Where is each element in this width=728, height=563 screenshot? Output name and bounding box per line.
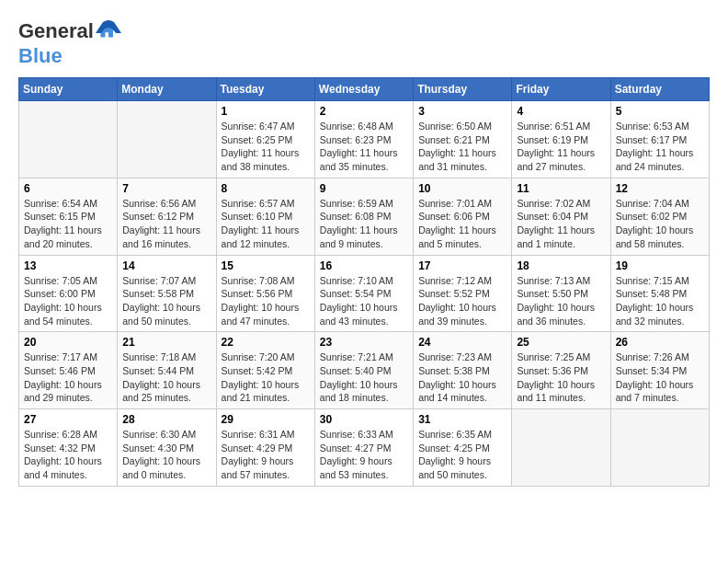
calendar-cell: 13Sunrise: 7:05 AMSunset: 6:00 PMDayligh…: [19, 255, 118, 332]
calendar-week-row: 13Sunrise: 7:05 AMSunset: 6:00 PMDayligh…: [19, 255, 710, 332]
day-number: 24: [418, 336, 506, 349]
day-number: 20: [24, 336, 112, 349]
day-info: Sunrise: 6:53 AMSunset: 6:17 PMDaylight:…: [616, 120, 704, 174]
day-info: Sunrise: 7:01 AMSunset: 6:06 PMDaylight:…: [418, 197, 506, 251]
day-info: Sunrise: 6:31 AMSunset: 4:29 PMDaylight:…: [222, 428, 310, 482]
day-number: 8: [222, 182, 310, 195]
day-number: 9: [320, 182, 408, 195]
day-info: Sunrise: 6:57 AMSunset: 6:10 PMDaylight:…: [222, 197, 310, 251]
day-number: 15: [222, 259, 310, 272]
calendar-cell: 12Sunrise: 7:04 AMSunset: 6:02 PMDayligh…: [610, 178, 709, 255]
day-header-saturday: Saturday: [610, 78, 709, 101]
day-info: Sunrise: 7:25 AMSunset: 5:36 PMDaylight:…: [517, 350, 605, 405]
day-number: 31: [418, 413, 506, 426]
day-info: Sunrise: 6:35 AMSunset: 4:25 PMDaylight:…: [418, 428, 506, 482]
day-info: Sunrise: 6:47 AMSunset: 6:25 PMDaylight:…: [222, 120, 310, 174]
calendar-cell: 10Sunrise: 7:01 AMSunset: 6:06 PMDayligh…: [414, 178, 512, 255]
day-info: Sunrise: 7:05 AMSunset: 6:00 PMDaylight:…: [24, 274, 112, 328]
calendar-cell: [118, 101, 216, 178]
calendar-week-row: 1Sunrise: 6:47 AMSunset: 6:25 PMDaylight…: [19, 101, 710, 178]
day-info: Sunrise: 7:17 AMSunset: 5:46 PMDaylight:…: [24, 350, 112, 405]
calendar-cell: 22Sunrise: 7:20 AMSunset: 5:42 PMDayligh…: [216, 332, 314, 409]
day-info: Sunrise: 6:56 AMSunset: 6:12 PMDaylight:…: [122, 197, 210, 251]
day-number: 3: [418, 105, 506, 118]
calendar-cell: 29Sunrise: 6:31 AMSunset: 4:29 PMDayligh…: [216, 409, 314, 487]
day-header-wednesday: Wednesday: [314, 78, 413, 101]
day-info: Sunrise: 7:12 AMSunset: 5:52 PMDaylight:…: [418, 274, 506, 328]
day-header-sunday: Sunday: [19, 78, 118, 101]
calendar-cell: 11Sunrise: 7:02 AMSunset: 6:04 PMDayligh…: [512, 178, 610, 255]
day-number: 21: [122, 336, 210, 349]
day-number: 18: [517, 259, 605, 272]
calendar-cell: 26Sunrise: 7:26 AMSunset: 5:34 PMDayligh…: [610, 332, 709, 409]
day-number: 7: [122, 182, 210, 195]
calendar-cell: 8Sunrise: 6:57 AMSunset: 6:10 PMDaylight…: [216, 178, 314, 255]
calendar-cell: 19Sunrise: 7:15 AMSunset: 5:48 PMDayligh…: [610, 255, 709, 332]
day-number: 13: [24, 259, 112, 272]
day-info: Sunrise: 6:54 AMSunset: 6:15 PMDaylight:…: [24, 197, 112, 251]
day-info: Sunrise: 6:59 AMSunset: 6:08 PMDaylight:…: [320, 197, 408, 251]
day-number: 4: [517, 105, 605, 118]
day-info: Sunrise: 6:33 AMSunset: 4:27 PMDaylight:…: [320, 428, 408, 482]
calendar-cell: [19, 101, 118, 178]
calendar-cell: 16Sunrise: 7:10 AMSunset: 5:54 PMDayligh…: [314, 255, 413, 332]
day-number: 14: [122, 259, 210, 272]
calendar-header-row: SundayMondayTuesdayWednesdayThursdayFrid…: [19, 78, 710, 101]
calendar-cell: 3Sunrise: 6:50 AMSunset: 6:21 PMDaylight…: [414, 101, 512, 178]
calendar-cell: 30Sunrise: 6:33 AMSunset: 4:27 PMDayligh…: [314, 409, 413, 487]
day-number: 1: [222, 105, 310, 118]
calendar-cell: 21Sunrise: 7:18 AMSunset: 5:44 PMDayligh…: [118, 332, 216, 409]
day-number: 12: [616, 182, 704, 195]
calendar-cell: 31Sunrise: 6:35 AMSunset: 4:25 PMDayligh…: [414, 409, 512, 487]
day-info: Sunrise: 7:23 AMSunset: 5:38 PMDaylight:…: [418, 350, 506, 405]
day-number: 23: [320, 336, 408, 349]
day-header-tuesday: Tuesday: [216, 78, 314, 101]
day-number: 2: [320, 105, 408, 118]
page-header: General Blue: [18, 18, 710, 68]
day-header-monday: Monday: [118, 78, 216, 101]
calendar-cell: 24Sunrise: 7:23 AMSunset: 5:38 PMDayligh…: [414, 332, 512, 409]
day-number: 19: [616, 259, 704, 272]
day-number: 10: [418, 182, 506, 195]
calendar-cell: 18Sunrise: 7:13 AMSunset: 5:50 PMDayligh…: [512, 255, 610, 332]
day-info: Sunrise: 7:26 AMSunset: 5:34 PMDaylight:…: [616, 350, 704, 405]
day-info: Sunrise: 6:50 AMSunset: 6:21 PMDaylight:…: [418, 120, 506, 174]
logo-icon: [96, 18, 121, 44]
day-number: 6: [24, 182, 112, 195]
calendar-week-row: 6Sunrise: 6:54 AMSunset: 6:15 PMDaylight…: [19, 178, 710, 255]
day-header-thursday: Thursday: [414, 78, 512, 101]
calendar-cell: 5Sunrise: 6:53 AMSunset: 6:17 PMDaylight…: [610, 101, 709, 178]
day-number: 22: [222, 336, 310, 349]
day-info: Sunrise: 7:10 AMSunset: 5:54 PMDaylight:…: [320, 274, 408, 328]
day-info: Sunrise: 7:07 AMSunset: 5:58 PMDaylight:…: [122, 274, 210, 328]
calendar-cell: 20Sunrise: 7:17 AMSunset: 5:46 PMDayligh…: [19, 332, 118, 409]
day-number: 29: [222, 413, 310, 426]
day-number: 17: [418, 259, 506, 272]
day-info: Sunrise: 7:08 AMSunset: 5:56 PMDaylight:…: [222, 274, 310, 328]
day-info: Sunrise: 6:48 AMSunset: 6:23 PMDaylight:…: [320, 120, 408, 174]
calendar-cell: 25Sunrise: 7:25 AMSunset: 5:36 PMDayligh…: [512, 332, 610, 409]
calendar-week-row: 27Sunrise: 6:28 AMSunset: 4:32 PMDayligh…: [19, 409, 710, 487]
day-number: 27: [24, 413, 112, 426]
calendar-cell: 1Sunrise: 6:47 AMSunset: 6:25 PMDaylight…: [216, 101, 314, 178]
day-number: 11: [517, 182, 605, 195]
calendar-table: SundayMondayTuesdayWednesdayThursdayFrid…: [18, 77, 710, 487]
day-info: Sunrise: 6:28 AMSunset: 4:32 PMDaylight:…: [24, 428, 112, 482]
day-number: 30: [320, 413, 408, 426]
day-info: Sunrise: 6:30 AMSunset: 4:30 PMDaylight:…: [122, 428, 210, 482]
calendar-cell: 15Sunrise: 7:08 AMSunset: 5:56 PMDayligh…: [216, 255, 314, 332]
day-header-friday: Friday: [512, 78, 610, 101]
calendar-cell: 4Sunrise: 6:51 AMSunset: 6:19 PMDaylight…: [512, 101, 610, 178]
logo: General Blue: [18, 18, 123, 68]
logo-blue: Blue: [18, 44, 63, 67]
calendar-cell: 9Sunrise: 6:59 AMSunset: 6:08 PMDaylight…: [314, 178, 413, 255]
calendar-week-row: 20Sunrise: 7:17 AMSunset: 5:46 PMDayligh…: [19, 332, 710, 409]
day-info: Sunrise: 7:15 AMSunset: 5:48 PMDaylight:…: [616, 274, 704, 328]
day-number: 26: [616, 336, 704, 349]
calendar-cell: [610, 409, 709, 487]
day-number: 28: [122, 413, 210, 426]
day-number: 5: [616, 105, 704, 118]
calendar-cell: 28Sunrise: 6:30 AMSunset: 4:30 PMDayligh…: [118, 409, 216, 487]
calendar-cell: 6Sunrise: 6:54 AMSunset: 6:15 PMDaylight…: [19, 178, 118, 255]
day-info: Sunrise: 7:02 AMSunset: 6:04 PMDaylight:…: [517, 197, 605, 251]
